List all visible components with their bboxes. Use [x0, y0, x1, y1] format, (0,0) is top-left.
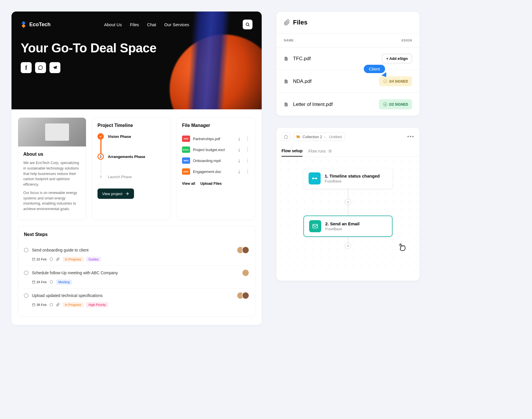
- svg-rect-8: [32, 281, 35, 283]
- files-row: Letter of Intent.pdf 2/2 SIGNED: [276, 93, 420, 116]
- main-nav: About Us Files Chat Our Services: [104, 22, 189, 27]
- check-icon: [99, 135, 102, 138]
- facebook-icon: f: [25, 64, 27, 71]
- calendar-icon: [32, 280, 35, 284]
- step-checkbox[interactable]: [24, 271, 28, 275]
- view-project-button[interactable]: View project: [97, 188, 134, 199]
- download-icon[interactable]: ⭳: [237, 136, 241, 141]
- telegram-icon: [52, 65, 58, 70]
- arrow-right-icon: [125, 191, 129, 196]
- file-row: EXCL Project budget.excl ⭳ ⋮: [182, 144, 250, 155]
- file-name: Engagement.doc: [193, 169, 234, 174]
- email-icon: [309, 220, 321, 232]
- nav-about[interactable]: About Us: [104, 22, 122, 27]
- about-text-2: Our focus is on renewable energy systems…: [23, 190, 81, 212]
- nav-chat[interactable]: Chat: [147, 22, 156, 27]
- files-row: NDA.pdf 2/4 SIGNEDClient: [276, 70, 420, 93]
- download-icon[interactable]: ⭳: [237, 147, 241, 152]
- file-manager-card: File Manager PDF Partnerships.pdf ⭳ ⋮EXC…: [177, 117, 255, 220]
- file-manager-title: File Manager: [182, 123, 250, 128]
- tag-orange: In Progress: [63, 302, 83, 307]
- calendar-icon: [32, 303, 35, 306]
- about-card: About us We are EcoTech Corp, specializi…: [18, 117, 86, 220]
- client-label: Client: [364, 65, 385, 73]
- runs-count: 0: [328, 149, 333, 153]
- whatsapp-button[interactable]: [35, 62, 46, 73]
- flow-canvas[interactable]: 1. Timeline status changed FuseBase + 2.…: [276, 157, 420, 272]
- search-button[interactable]: [243, 20, 252, 29]
- tag-purple: Guides: [86, 257, 101, 262]
- node-1-sub: FuseBase: [325, 179, 380, 183]
- nav-services[interactable]: Our Services: [164, 22, 189, 27]
- step-date: 28 Feb: [32, 303, 47, 306]
- svg-point-19: [383, 102, 387, 106]
- file-row: MP4 Onboarding.mp4 ⭳ ⋮: [182, 155, 250, 166]
- upload-files-link[interactable]: Upload Files: [200, 182, 222, 186]
- paperclip-icon: [56, 303, 60, 306]
- svg-point-0: [246, 23, 249, 26]
- tab-flow-setup[interactable]: Flow setup: [282, 146, 303, 157]
- files-panel-title: Files: [293, 19, 307, 26]
- phase-3-dot: 3: [97, 174, 104, 180]
- timeline-icon: [309, 172, 321, 184]
- tag-blue: Meeting: [56, 279, 72, 285]
- next-steps-card: Next Steps Send onboarding guide to clie…: [18, 226, 255, 317]
- tag-orange: In Progress: [63, 257, 83, 262]
- file-more-icon[interactable]: ⋮: [245, 136, 250, 141]
- step-date: 24 Feb: [32, 280, 47, 284]
- esign-status-badge: 2/2 SIGNED: [379, 99, 412, 109]
- step-date: 22 Feb: [32, 258, 47, 261]
- logo-icon: [21, 22, 26, 27]
- deal-space-panel: EcoTech About Us Files Chat Our Services…: [12, 12, 262, 325]
- file-type-badge: EXCL: [182, 146, 190, 153]
- step-checkbox[interactable]: [24, 293, 28, 298]
- add-node-button[interactable]: +: [345, 199, 351, 205]
- svg-point-17: [50, 303, 53, 306]
- telegram-button[interactable]: [49, 62, 60, 73]
- file-more-icon[interactable]: ⋮: [245, 158, 250, 163]
- folder-icon: [296, 135, 300, 139]
- phase-1-label: Vision Phase: [108, 134, 131, 139]
- whatsapp-icon: [38, 65, 43, 70]
- file-name: Partnerships.pdf: [193, 137, 234, 141]
- tab-flow-runs[interactable]: Flow runs 0: [308, 146, 333, 157]
- add-node-button-2[interactable]: +: [345, 243, 351, 249]
- nav-files[interactable]: Files: [130, 22, 139, 27]
- brand-logo: EcoTech: [21, 22, 51, 28]
- step-avatars: [239, 246, 249, 254]
- step-item: Schedule follow-Up meeting with ABC Comp…: [24, 266, 249, 288]
- cursor-hand-icon: [396, 241, 409, 254]
- avatar: [242, 269, 249, 277]
- file-more-icon[interactable]: ⋮: [245, 147, 250, 152]
- svg-point-18: [383, 79, 387, 83]
- svg-point-20: [313, 178, 314, 179]
- phase-2-label: Arrangements Phase: [108, 155, 145, 159]
- breadcrumb-collection[interactable]: Collection 2 › Untitled: [293, 133, 345, 141]
- social-links: f: [21, 62, 252, 73]
- hero: EcoTech About Us Files Chat Our Services…: [12, 12, 262, 109]
- node-1-title: 1. Timeline status changed: [325, 174, 380, 178]
- facebook-button[interactable]: f: [21, 62, 32, 73]
- phase-1-dot: [97, 133, 104, 140]
- flow-node-2[interactable]: 2. Send an Email FuseBase: [303, 216, 393, 237]
- home-button[interactable]: [282, 132, 290, 141]
- file-name: NDA.pdf: [284, 79, 379, 84]
- download-icon[interactable]: ⭳: [237, 169, 241, 174]
- add-esign-button[interactable]: + Add eSign: [382, 54, 412, 63]
- svg-point-7: [50, 258, 53, 261]
- file-more-icon[interactable]: ⋮: [245, 169, 250, 174]
- file-type-badge: MP4: [182, 157, 190, 164]
- step-checkbox[interactable]: [24, 248, 28, 252]
- phase-3-label: Launch Phase: [108, 175, 132, 179]
- document-icon: [284, 102, 288, 107]
- view-all-link[interactable]: View all: [182, 182, 195, 186]
- flow-node-1[interactable]: 1. Timeline status changed FuseBase: [303, 168, 393, 188]
- avatar: [242, 246, 249, 254]
- paperclip-icon: [284, 19, 290, 26]
- next-steps-title: Next Steps: [24, 232, 249, 237]
- download-icon[interactable]: ⭳: [237, 158, 241, 163]
- check-circle-icon: [383, 79, 387, 83]
- col-name: NAME: [284, 39, 401, 42]
- files-row: TFC.pdf+ Add eSign: [276, 47, 420, 70]
- more-menu-button[interactable]: •••: [407, 134, 414, 140]
